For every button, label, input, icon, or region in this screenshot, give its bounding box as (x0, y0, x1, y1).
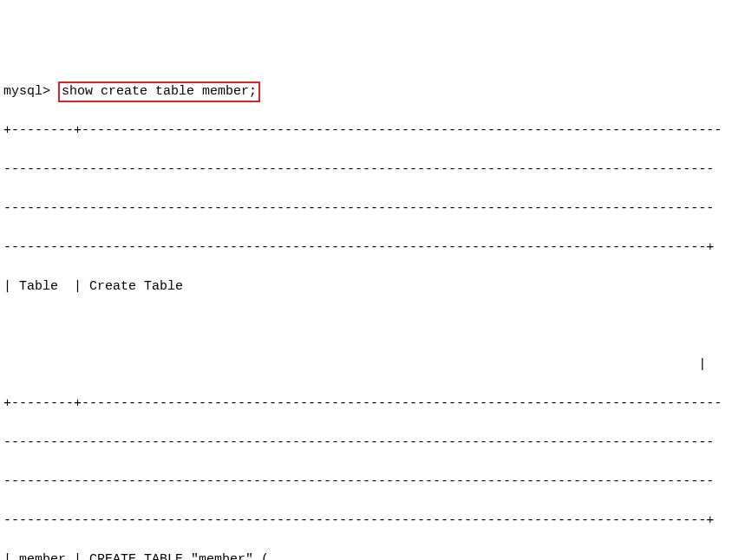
separator-dashes: ----------------------------------------… (3, 160, 749, 180)
sql-command-highlight: show create table member; (58, 81, 260, 102)
separator-short: +--------+------------------------------… (3, 394, 749, 414)
separator-dashes: ----------------------------------------… (3, 199, 749, 219)
mysql-prompt: mysql> (3, 84, 50, 99)
separator-dashes: ----------------------------------------… (3, 433, 749, 453)
separator-short: +--------+------------------------------… (3, 121, 749, 141)
separator-dashes-end: ----------------------------------------… (3, 511, 749, 531)
separator-dashes-end: ----------------------------------------… (3, 238, 749, 258)
separator-dashes: ----------------------------------------… (3, 472, 749, 492)
blank-pipe-line: | (3, 355, 749, 375)
sql-command: show create table member; (62, 84, 257, 99)
prompt-line: mysql> show create table member; (3, 81, 749, 102)
create-table-open: | member | CREATE TABLE "member" ( (3, 550, 749, 560)
header-row: | Table | Create Table (3, 277, 749, 297)
